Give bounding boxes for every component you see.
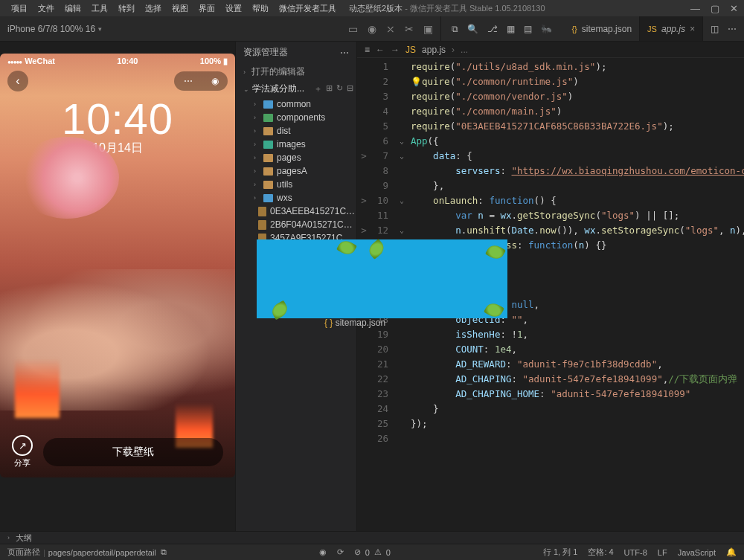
collapse-icon[interactable]: ⊟ (347, 83, 353, 94)
mute-icon[interactable]: ⤫ (386, 23, 395, 35)
problems[interactable]: ⊘0 ⚠0 (354, 547, 391, 557)
titlebar: 项目文件编辑工具转到选择视图界面设置帮助微信开发者工具 动态壁纸2版本 - 微信… (0, 0, 744, 16)
explorer-title: 资源管理器 (243, 46, 288, 59)
project-root[interactable]: ⌄学法减分助... ＋ ⊞ ↻ ⊟ (236, 80, 356, 97)
folder-wxs[interactable]: ›wxs (236, 191, 356, 205)
breadcrumb: ≡ ←→ JS app.js › ... (357, 42, 744, 58)
menu-设置[interactable]: 设置 (220, 1, 247, 16)
warning-icon: ⚠ (374, 547, 382, 557)
layout-icon[interactable]: ▣ (423, 23, 433, 35)
status-time: 10:40 (117, 57, 138, 65)
folder-common[interactable]: ›common (236, 97, 356, 111)
menu-工具[interactable]: 工具 (86, 1, 113, 16)
nav-fwd-icon[interactable]: → (391, 45, 400, 55)
menu-项目[interactable]: 项目 (6, 1, 33, 16)
battery-icon: ▮ (223, 57, 228, 65)
capsule-button[interactable]: ⋯◉ (174, 71, 228, 91)
menu-文件[interactable]: 文件 (33, 1, 60, 16)
cut-icon[interactable]: ✂ (405, 23, 414, 35)
menu-编辑[interactable]: 编辑 (60, 1, 86, 16)
phone-preview[interactable]: WeChat 10:40 100% ▮ ‹ ⋯◉ 10:40 10月14日 ↗ … (0, 54, 235, 477)
refresh-icon[interactable]: ↻ (336, 83, 343, 94)
menu-帮助[interactable]: 帮助 (247, 1, 274, 16)
folder-pagesA[interactable]: ›pagesA (236, 164, 356, 178)
encoding[interactable]: UTF-8 (624, 548, 647, 557)
route-copy-icon[interactable]: ⧉ (161, 547, 167, 557)
maximize-button[interactable]: ▢ (711, 3, 719, 14)
folder-dist[interactable]: ›dist (236, 124, 356, 138)
overlay-file-label: { } sitemap.json (324, 318, 385, 328)
language[interactable]: JavaScript (678, 548, 716, 557)
preview-icon[interactable]: ◉ (319, 547, 327, 557)
close-icon[interactable]: × (690, 24, 695, 34)
back-button[interactable]: ‹ (7, 71, 28, 91)
open-editors-section[interactable]: › 打开的编辑器 (236, 63, 356, 80)
ext-icon[interactable]: ▤ (524, 24, 532, 34)
overlay-banner (257, 239, 507, 318)
phone-status-bar: WeChat 10:40 100% ▮ (0, 54, 235, 68)
minimize-button[interactable]: — (690, 3, 700, 14)
notifications-icon[interactable]: 🔔 (726, 547, 737, 557)
new-file-icon[interactable]: ＋ (314, 83, 322, 94)
menu-选择[interactable]: 选择 (140, 1, 167, 16)
file-item[interactable]: 0E3AEEB415271CAF68... (236, 205, 356, 218)
outline-bar[interactable]: › 大纲 (0, 531, 744, 544)
menu-转到[interactable]: 转到 (113, 1, 140, 16)
folder-utils[interactable]: ›utils (236, 178, 356, 191)
device-selector[interactable]: iPhone 6/7/8 100% 16▾ (7, 24, 104, 34)
eol[interactable]: LF (658, 548, 667, 557)
folder-images[interactable]: ›images (236, 138, 356, 151)
share-icon: ↗ (12, 435, 33, 456)
signal-icon (7, 57, 25, 65)
menu-界面[interactable]: 界面 (193, 1, 220, 16)
sync-icon[interactable]: ⟳ (337, 547, 344, 557)
branch-icon[interactable]: ⎇ (487, 24, 498, 34)
cursor-pos[interactable]: 行 1, 列 1 (543, 547, 577, 558)
new-folder-icon[interactable]: ⊞ (326, 83, 333, 94)
indent[interactable]: 空格: 4 (588, 547, 613, 558)
error-icon: ⊘ (354, 547, 361, 557)
folder-components[interactable]: ›components (236, 111, 356, 124)
share-button[interactable]: ↗ 分享 (12, 435, 33, 469)
blocks-icon[interactable]: ▦ (507, 24, 515, 34)
record-icon[interactable]: ◉ (368, 23, 376, 35)
simulator-device-icon[interactable]: ▭ (348, 23, 358, 35)
status-bar: 页面路径 | pages/paperdetail/paperdetail ⧉ ◉… (0, 544, 744, 560)
download-button[interactable]: 下载壁纸 (43, 438, 223, 466)
ant-icon[interactable]: 🐜 (541, 24, 552, 34)
gutter-menu-icon[interactable]: ≡ (365, 45, 370, 55)
menu-bar: 项目文件编辑工具转到选择视图界面设置帮助微信开发者工具 (6, 1, 341, 16)
files-icon[interactable]: ⧉ (452, 24, 458, 34)
nav-back-icon[interactable]: ← (376, 45, 385, 55)
toolbar: iPhone 6/7/8 100% 16▾ ▭ ◉ ⤫ ✂ ▣ ⧉ 🔍 ⎇ ▦ … (0, 16, 744, 42)
folder-pages[interactable]: ›pages (236, 151, 356, 164)
window-controls: — ▢ ✕ (690, 3, 738, 14)
tab-app.js[interactable]: JSapp.js× (640, 16, 703, 41)
file-item[interactable]: 2B6F04A015271CAF4D... (236, 218, 356, 231)
simulator-pane: WeChat 10:40 100% ▮ ‹ ⋯◉ 10:40 10月14日 ↗ … (0, 42, 235, 531)
menu-视图[interactable]: 视图 (167, 1, 193, 16)
tab-sitemap.json[interactable]: {}sitemap.json (564, 16, 640, 41)
route-path[interactable]: pages/paperdetail/paperdetail (48, 548, 156, 557)
more-icon[interactable]: ⋯ (728, 24, 737, 34)
explorer-more-icon[interactable]: ⋯ (340, 48, 349, 58)
close-button[interactable]: ✕ (730, 3, 738, 14)
titlebar-title: 动态壁纸2版本 - 微信开发者工具 Stable 1.05.2108130 (341, 3, 690, 14)
split-editor-icon[interactable]: ◫ (711, 24, 719, 34)
menu-微信开发者工具[interactable]: 微信开发者工具 (274, 1, 341, 16)
search-icon[interactable]: 🔍 (467, 24, 478, 34)
editor-tabs: {}sitemap.jsonJSapp.js× (564, 16, 703, 41)
route-label[interactable]: 页面路径 (7, 547, 40, 558)
